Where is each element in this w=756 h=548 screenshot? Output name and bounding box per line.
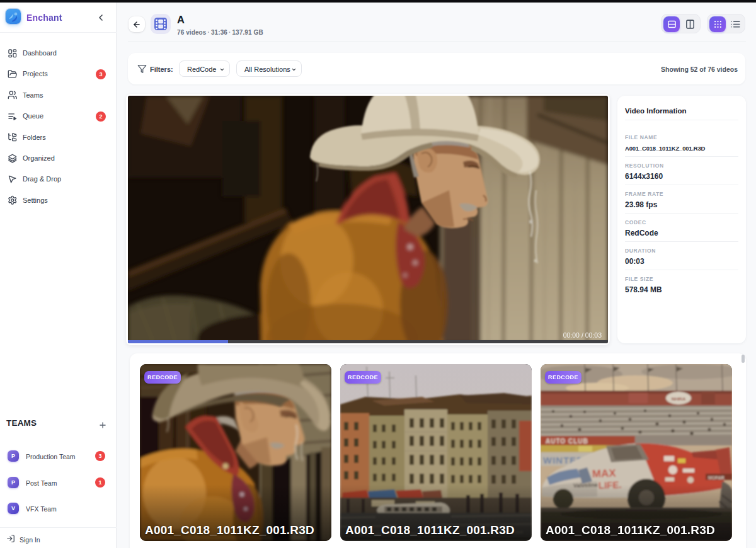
svg-text:00:00 / 00:03: 00:00 / 00:03 — [563, 331, 602, 339]
